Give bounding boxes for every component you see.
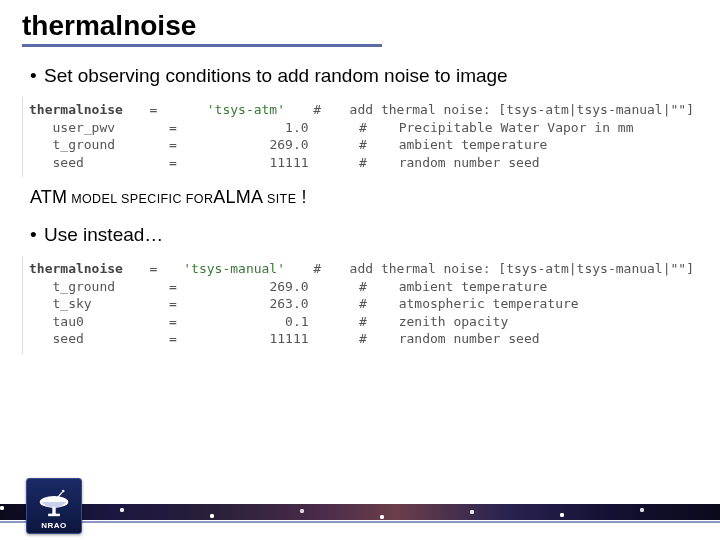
param-comment: Precipitable Water Vapor in mm — [383, 119, 694, 137]
param-name: seed — [29, 154, 169, 172]
code-block-1: thermalnoise= 'tsys-atm'# add thermal no… — [22, 97, 700, 177]
nrao-logo: NRAO — [26, 478, 82, 534]
hash: # — [359, 119, 383, 137]
code-row: thermalnoise= 'tsys-atm'# add thermal no… — [29, 101, 694, 119]
code-row: tau0= 0.1# zenith opacity — [29, 313, 694, 331]
param-value: 269.0 — [199, 278, 359, 296]
param-comment: ambient temperature — [383, 136, 694, 154]
param-value: 'tsys-manual' — [175, 260, 313, 278]
atm-note-p5: ! — [296, 187, 306, 207]
param-name: thermalnoise — [29, 101, 150, 119]
hash: # — [359, 136, 383, 154]
svg-rect-4 — [48, 514, 60, 517]
code-row: seed= 11111# random number seed — [29, 330, 694, 348]
equals: = — [169, 313, 199, 331]
code-row: t_ground= 269.0# ambient temperature — [29, 136, 694, 154]
param-value: 'tsys-atm' — [175, 101, 313, 119]
equals: = — [169, 278, 199, 296]
param-value: 269.0 — [199, 136, 359, 154]
param-value: 263.0 — [199, 295, 359, 313]
atm-note: ATM MODEL SPECIFIC FORALMA SITE ! — [30, 187, 700, 208]
param-name: user_pwv — [29, 119, 169, 137]
bullet-1-text: Set observing conditions to add random n… — [44, 65, 508, 86]
title-wrap: thermalnoise — [0, 0, 720, 47]
param-value: 1.0 — [199, 119, 359, 137]
param-name: t_ground — [29, 278, 169, 296]
param-name: t_sky — [29, 295, 169, 313]
atm-note-p4: SITE — [263, 192, 296, 206]
equals: = — [150, 101, 176, 119]
param-comment: random number seed — [383, 330, 694, 348]
param-value: 11111 — [199, 154, 359, 172]
content: •Set observing conditions to add random … — [0, 47, 720, 354]
param-name: seed — [29, 330, 169, 348]
param-comment: zenith opacity — [383, 313, 694, 331]
equals: = — [169, 136, 199, 154]
bullet-dot: • — [30, 65, 44, 87]
param-comment: atmospheric temperature — [383, 295, 694, 313]
atm-note-p3: ALMA — [213, 187, 263, 207]
param-comment: add thermal noise: [tsys-atm|tsys-manual… — [334, 101, 694, 119]
param-value: 11111 — [199, 330, 359, 348]
param-comment: random number seed — [383, 154, 694, 172]
hash: # — [359, 330, 383, 348]
param-name: t_ground — [29, 136, 169, 154]
bullet-1: •Set observing conditions to add random … — [30, 65, 700, 87]
svg-point-2 — [62, 490, 65, 493]
bullet-dot: • — [30, 224, 44, 246]
param-value: 0.1 — [199, 313, 359, 331]
param-name: thermalnoise — [29, 260, 150, 278]
equals: = — [169, 119, 199, 137]
bullet-2: •Use instead… — [30, 224, 700, 246]
hash: # — [359, 278, 383, 296]
param-comment: ambient temperature — [383, 278, 694, 296]
param-name: tau0 — [29, 313, 169, 331]
footer-band — [0, 504, 720, 520]
svg-rect-3 — [52, 507, 55, 515]
footer: NRAO — [0, 480, 720, 540]
hash: # — [313, 101, 334, 119]
hash: # — [359, 313, 383, 331]
equals: = — [150, 260, 176, 278]
code-row: user_pwv= 1.0# Precipitable Water Vapor … — [29, 119, 694, 137]
atm-note-p2: MODEL SPECIFIC FOR — [67, 192, 213, 206]
equals: = — [169, 154, 199, 172]
code-row: t_ground= 269.0# ambient temperature — [29, 278, 694, 296]
code-row: t_sky= 263.0# atmospheric temperature — [29, 295, 694, 313]
page-title: thermalnoise — [22, 10, 382, 47]
hash: # — [313, 260, 334, 278]
footer-rule — [0, 521, 720, 523]
dish-icon — [33, 488, 75, 520]
slide: thermalnoise •Set observing conditions t… — [0, 0, 720, 540]
equals: = — [169, 295, 199, 313]
bullet-2-text: Use instead… — [44, 224, 163, 245]
logo-label: NRAO — [41, 521, 67, 530]
atm-note-p1: ATM — [30, 187, 67, 207]
code-row: seed= 11111# random number seed — [29, 154, 694, 172]
param-comment: add thermal noise: [tsys-atm|tsys-manual… — [334, 260, 694, 278]
hash: # — [359, 154, 383, 172]
code-row: thermalnoise= 'tsys-manual'# add thermal… — [29, 260, 694, 278]
code-block-2: thermalnoise= 'tsys-manual'# add thermal… — [22, 256, 700, 354]
hash: # — [359, 295, 383, 313]
equals: = — [169, 330, 199, 348]
